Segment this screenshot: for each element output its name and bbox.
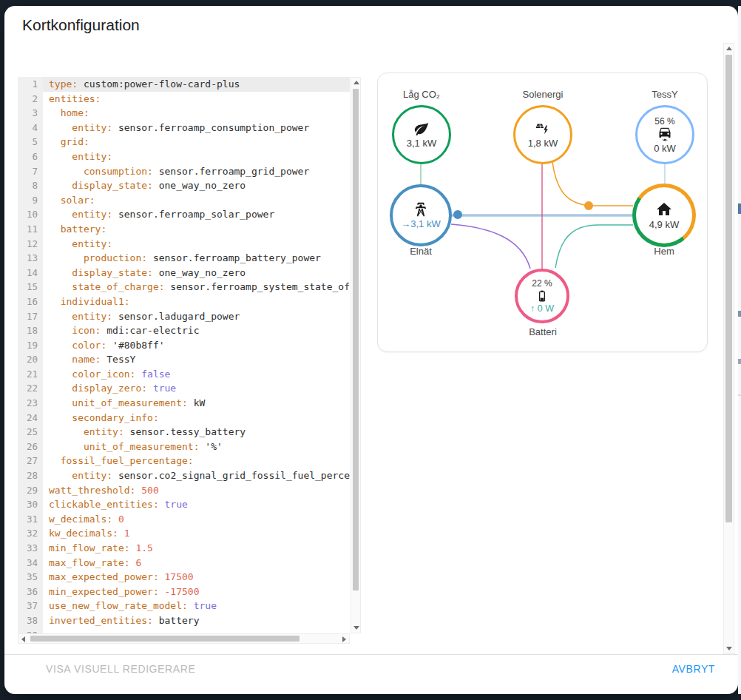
line-number: 9	[18, 193, 43, 208]
line-number: 3	[18, 106, 43, 121]
node-tessy[interactable]: 56 % 0 kW	[635, 105, 694, 164]
line-number: 38	[18, 613, 43, 628]
scroll-left-icon[interactable]	[18, 634, 28, 644]
code-line[interactable]: 27 fossil_fuel_percentage:	[18, 454, 350, 468]
line-number: 34	[18, 556, 43, 571]
dialog-scroll-thumb[interactable]	[725, 55, 732, 522]
code-line[interactable]: 23 unit_of_measurement: kW	[18, 396, 350, 411]
solar-power-value: 1,8 kW	[528, 138, 558, 149]
node-battery[interactable]: 22 % ↑ 0 W	[515, 269, 569, 323]
action-bar-divider	[4, 654, 738, 655]
node-fossil[interactable]: 3,1 kW	[392, 105, 451, 164]
editor-hscroll-thumb[interactable]	[30, 636, 300, 642]
scroll-right-icon[interactable]	[339, 634, 349, 644]
code-line[interactable]: 9 solar:	[18, 193, 350, 208]
line-number: 30	[18, 497, 43, 512]
line-number: 35	[18, 570, 43, 585]
line-number: 4	[18, 121, 43, 135]
code-line[interactable]: 10 entity: sensor.ferroamp_solar_power	[18, 207, 350, 222]
background-page-sliver	[738, 6, 741, 694]
car-electric-icon	[657, 127, 672, 142]
line-number: 13	[18, 251, 43, 266]
code-line[interactable]: 26 unit_of_measurement: '%'	[18, 440, 350, 454]
code-line[interactable]: 16 individual1:	[18, 295, 350, 309]
code-line[interactable]: 37use_new_flow_rate_model: true	[18, 599, 350, 613]
tessy-battery-secondary: 56 %	[654, 116, 674, 127]
code-line[interactable]: 30clickable_entities: true	[18, 497, 350, 512]
code-line[interactable]: 32kw_decimals: 1	[18, 526, 350, 541]
show-visual-editor-button[interactable]: VISA VISUELL REDIGERARE	[46, 663, 195, 675]
code-line[interactable]: 33min_flow_rate: 1.5	[18, 541, 350, 556]
line-number: 7	[18, 164, 43, 179]
home-icon	[655, 201, 673, 218]
node-grid[interactable]: →3,1 kW	[390, 184, 452, 246]
code-line[interactable]: 34max_flow_rate: 6	[18, 556, 350, 571]
line-number: 10	[18, 207, 43, 222]
line-number: 23	[18, 396, 43, 411]
code-line[interactable]: 20 name: TessY	[18, 352, 350, 367]
solar-flow-dot	[584, 201, 593, 210]
code-line[interactable]: 4 entity: sensor.ferroamp_consumption_po…	[18, 121, 350, 135]
code-line[interactable]: 14 display_state: one_way_no_zero	[18, 266, 350, 280]
code-line[interactable]: 2entities:	[18, 92, 350, 107]
code-line[interactable]: 36min_expected_power: -17500	[18, 585, 350, 599]
tessy-label: TessY	[624, 89, 706, 100]
code-line[interactable]: 17 entity: sensor.ladugard_power	[18, 309, 350, 324]
solar-power-icon	[535, 121, 551, 137]
line-number: 18	[18, 323, 43, 338]
leaf-icon	[413, 121, 430, 137]
code-line[interactable]: 28 entity: sensor.co2_signal_grid_fossil…	[18, 468, 350, 483]
dialog-title: Kortkonfiguration	[22, 16, 140, 34]
node-home[interactable]: 4,9 kW	[632, 184, 696, 247]
line-number: 24	[18, 411, 43, 425]
editor-horizontal-scrollbar[interactable]	[18, 633, 350, 644]
grid-battery-line	[451, 224, 530, 269]
code-line[interactable]: 19 color: '#80b8ff'	[18, 338, 350, 353]
battery-label: Batteri	[502, 326, 583, 337]
code-line[interactable]: 21 color_icon: false	[18, 367, 350, 382]
code-line[interactable]: 18 icon: mdi:car-electric	[18, 323, 350, 338]
solar-label: Solenergi	[502, 89, 583, 100]
power-flow-card-preview: Låg CO₂ Solenergi TessY Elnät Hem Batter…	[377, 73, 708, 352]
node-solar[interactable]: 1,8 kW	[513, 105, 572, 164]
line-number: 2	[18, 92, 43, 107]
line-number: 1	[18, 77, 43, 92]
fossil-label: Låg CO₂	[381, 89, 462, 100]
code-line[interactable]: 8 display_state: one_way_no_zero	[18, 178, 350, 193]
code-line[interactable]: 6 entity:	[18, 149, 350, 164]
code-line[interactable]: 13 production: sensor.ferroamp_battery_p…	[18, 251, 350, 266]
editor-vertical-scrollbar[interactable]	[351, 77, 361, 633]
yaml-code-editor[interactable]: 1type: custom:power-flow-card-plus2entit…	[18, 74, 361, 644]
line-number: 33	[18, 541, 43, 556]
dialog-scrollbar[interactable]	[723, 43, 734, 654]
code-lines[interactable]: 1type: custom:power-flow-card-plus2entit…	[18, 77, 350, 633]
card-configuration-dialog: Kortkonfiguration 1type: custom:power-fl…	[4, 6, 738, 694]
dialog-scroll-up-icon[interactable]	[724, 44, 734, 53]
code-line[interactable]: 25 entity: sensor.tessy_battery	[18, 425, 350, 440]
code-line[interactable]: 31w_decimals: 0	[18, 512, 350, 527]
scroll-down-icon[interactable]	[351, 623, 361, 633]
code-line[interactable]: 11 battery:	[18, 222, 350, 237]
code-line[interactable]: 29watt_threshold: 500	[18, 483, 350, 498]
code-line[interactable]: 7 consumption: sensor.ferroamp_grid_powe…	[18, 164, 350, 179]
line-number: 26	[18, 440, 43, 454]
code-line[interactable]: 1type: custom:power-flow-card-plus	[18, 77, 350, 92]
cancel-button[interactable]: AVBRYT	[672, 663, 715, 675]
code-line[interactable]: 3 home:	[18, 106, 350, 121]
background-fragment	[738, 359, 741, 364]
scroll-up-icon[interactable]	[351, 78, 361, 87]
code-line[interactable]: 39	[18, 628, 350, 633]
line-number: 19	[18, 338, 43, 353]
code-line[interactable]: 24 secondary_info:	[18, 411, 350, 425]
code-line[interactable]: 15 state_of_charge: sensor.ferroamp_syst…	[18, 280, 350, 295]
line-number: 28	[18, 468, 43, 483]
code-line[interactable]: 38inverted_entities: battery	[18, 613, 350, 628]
line-number: 5	[18, 135, 43, 149]
code-line[interactable]: 5 grid:	[18, 135, 350, 149]
code-line[interactable]: 22 display_zero: true	[18, 381, 350, 396]
line-number: 8	[18, 178, 43, 193]
editor-vscroll-thumb[interactable]	[353, 89, 359, 590]
code-line[interactable]: 12 entity:	[18, 237, 350, 252]
dialog-scroll-down-icon[interactable]	[724, 644, 734, 653]
code-line[interactable]: 35max_expected_power: 17500	[18, 570, 350, 585]
